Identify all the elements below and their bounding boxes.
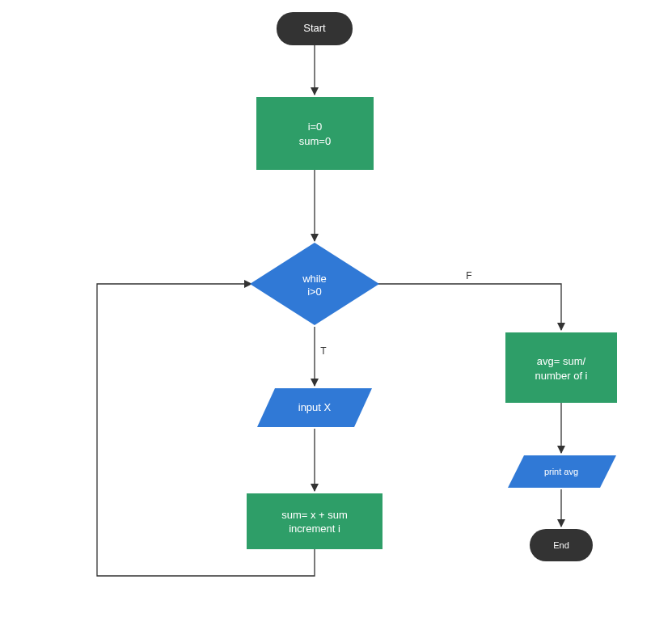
node-avgblock-line2: number of i — [535, 370, 587, 382]
node-avgblock: avg= sum/ number of i — [505, 332, 617, 403]
edge-label-true: T — [320, 345, 327, 357]
svg-rect-4 — [247, 493, 382, 549]
node-start: Start — [277, 12, 353, 45]
node-start-label: Start — [303, 22, 326, 34]
edge-decision-avgblock — [378, 284, 561, 330]
node-avgblock-line1: avg= sum/ — [537, 355, 586, 367]
edge-label-false: F — [466, 270, 471, 281]
node-end: End — [530, 529, 593, 561]
node-decision: while i>0 — [250, 243, 379, 325]
node-init-line2: sum=0 — [299, 135, 331, 147]
node-decision-line2: i>0 — [307, 286, 322, 298]
flowchart-canvas: T F Start i=0 sum=0 while i>0 input X su… — [0, 0, 672, 622]
node-init-line1: i=0 — [308, 121, 323, 133]
node-sumblock-line1: sum= x + sum — [281, 509, 348, 521]
node-sumblock-line2: increment i — [289, 523, 340, 535]
node-inputx-label: input X — [298, 401, 332, 413]
node-printavg-label: print avg — [544, 467, 578, 476]
node-end-label: End — [553, 540, 569, 550]
svg-rect-1 — [256, 97, 374, 170]
node-inputx: input X — [257, 388, 372, 427]
node-sumblock: sum= x + sum increment i — [247, 493, 382, 549]
node-decision-line1: while — [302, 273, 327, 285]
node-init: i=0 sum=0 — [256, 97, 374, 170]
svg-rect-5 — [505, 332, 617, 403]
node-printavg: print avg — [508, 455, 616, 488]
